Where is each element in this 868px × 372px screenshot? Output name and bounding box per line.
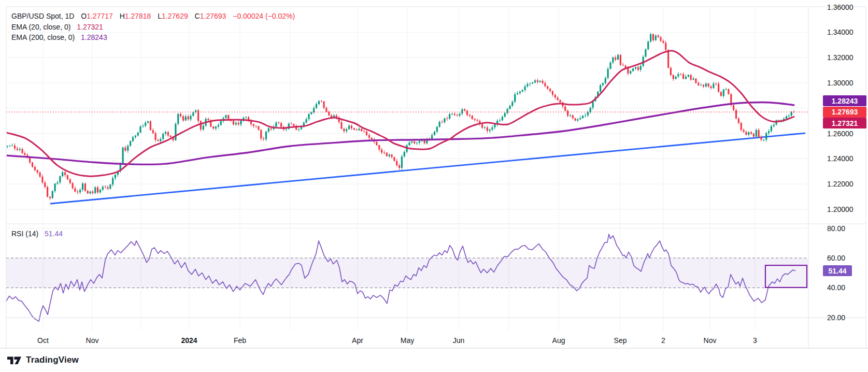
price-axis-label: 1.20000: [827, 205, 853, 213]
close-label: C: [195, 12, 200, 20]
ema200-price-badge: 1.28243: [823, 95, 866, 106]
close-value: 1.27693: [200, 12, 226, 20]
time-axis-label: 2: [661, 336, 665, 345]
price-axis-label: 1.30000: [827, 79, 853, 87]
ema20-line: [7, 51, 794, 176]
tradingview-logo-icon[interactable]: [7, 355, 21, 365]
time-axis-label: 2024: [181, 336, 197, 345]
ema200-legend-row[interactable]: EMA (200, close, 0) 1.28243: [11, 32, 295, 43]
price-axis-label: 1.32000: [827, 53, 853, 62]
rsi-axis-label: 40.00: [827, 283, 845, 292]
rsi-value: 51.44: [45, 230, 63, 238]
time-axis-label: May: [401, 336, 414, 345]
rsi-axis-label: 60.00: [827, 254, 845, 262]
trendline: [51, 133, 805, 204]
price-axis-label: 1.26000: [827, 130, 853, 138]
time-axis-label: Apr: [352, 336, 363, 345]
time-axis-label: Jun: [453, 336, 465, 345]
rsi-axis-label: 20.00: [827, 313, 845, 322]
time-axis-label: Aug: [552, 336, 565, 345]
rsi-legend-row[interactable]: RSI (14) 51.44: [11, 230, 63, 238]
time-axis-label: Oct: [37, 336, 49, 345]
price-axis-label: 1.24000: [827, 154, 853, 163]
time-axis-label: 3: [753, 336, 757, 345]
rsi-value-badge: 51.44: [823, 265, 852, 276]
footer: TradingView: [7, 348, 79, 372]
ema20-price-badge: 1.27321: [823, 118, 866, 128]
ema20-label: EMA (20, close, 0): [11, 23, 70, 31]
symbol-legend-row[interactable]: GBP/USD Spot, 1D O1.27717 H1.27818 L1.27…: [11, 11, 295, 22]
high-value: 1.27818: [125, 12, 151, 20]
time-axis-label: Nov: [704, 336, 717, 345]
rsi-label: RSI (14): [11, 230, 38, 238]
open-label: O: [81, 12, 87, 20]
time-axis-label: Nov: [86, 336, 99, 345]
last-price-badge: 1.27693: [823, 107, 866, 118]
change-value: −0.00024 (−0.02%): [233, 12, 295, 20]
tradingview-chart: GBP/USD Spot, 1D O1.27717 H1.27818 L1.27…: [0, 0, 868, 372]
ema20-value: 1.27321: [77, 23, 103, 31]
tradingview-brand-text[interactable]: TradingView: [26, 355, 79, 365]
price-axis-label: 1.34000: [827, 28, 853, 36]
ema200-value: 1.28243: [81, 33, 107, 41]
low-value: 1.27629: [162, 12, 188, 20]
low-label: L: [158, 12, 162, 20]
ema200-label: EMA (200, close, 0): [11, 33, 75, 41]
price-axis-label: 1.22000: [827, 180, 853, 188]
ema20-legend-row[interactable]: EMA (20, close, 0) 1.27321: [11, 22, 295, 33]
chart-legend: GBP/USD Spot, 1D O1.27717 H1.27818 L1.27…: [11, 11, 295, 43]
time-axis-label: Feb: [234, 336, 246, 345]
symbol-title: GBP/USD Spot, 1D: [11, 12, 74, 20]
rsi-axis-label: 80.00: [827, 224, 845, 233]
chart-canvas[interactable]: [0, 0, 868, 372]
price-axis-label: 1.36000: [827, 3, 853, 11]
high-label: H: [120, 12, 125, 20]
open-value: 1.27717: [87, 12, 113, 20]
time-axis-label: Sep: [614, 336, 627, 345]
